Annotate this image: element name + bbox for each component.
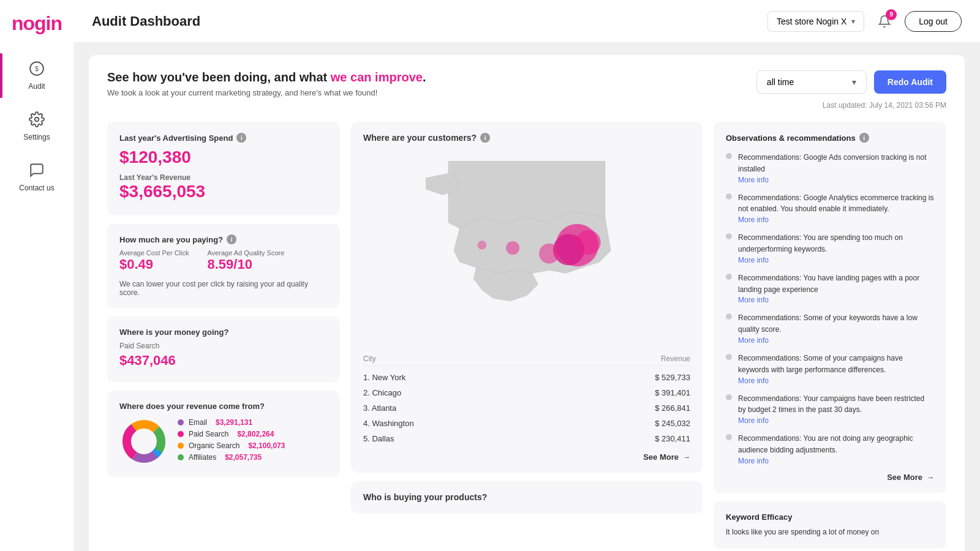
- time-filter[interactable]: all time ▾: [756, 70, 867, 94]
- affiliates-amount: $2,057,735: [225, 453, 262, 462]
- obs-item-6: Recommendations: Some of your campaigns …: [726, 352, 934, 385]
- city-table-header: City Revenue: [363, 352, 690, 366]
- who-buying-title: Who is buying your products?: [363, 492, 690, 502]
- sidebar-item-contact[interactable]: Contact us: [0, 155, 74, 200]
- customers-map-card: Where are your customers? i: [351, 122, 703, 473]
- revenue-donut-wrap: Email $3,291,131 Paid Search $2,802,264: [119, 417, 328, 466]
- cost-card: How much are you paying? i Average Cost …: [107, 223, 340, 308]
- info-icon-2[interactable]: i: [227, 234, 236, 244]
- obs-text-2: Recommendations: Google Analytics ecomme…: [738, 193, 933, 214]
- obs-dot-7: [726, 394, 732, 400]
- obs-item-2: Recommendations: Google Analytics ecomme…: [726, 192, 934, 225]
- obs-link-4[interactable]: More info: [738, 296, 934, 304]
- obs-link-1[interactable]: More info: [738, 176, 934, 184]
- obs-link-3[interactable]: More info: [738, 256, 934, 264]
- obs-item-7: Recommendations: Your campaigns have bee…: [726, 392, 934, 425]
- obs-content-2: Recommendations: Google Analytics ecomme…: [738, 192, 934, 225]
- revenue-row-organic: Organic Search $2,100,073: [178, 441, 285, 450]
- info-icon-3[interactable]: i: [480, 133, 490, 143]
- obs-link-8[interactable]: More info: [738, 457, 934, 465]
- headline-highlight: we can improve: [331, 70, 423, 84]
- city-5: 5. Dallas: [363, 434, 394, 443]
- customers-map-title: Where are your customers? i: [363, 133, 690, 143]
- gear-icon: [29, 111, 45, 130]
- revenue-sources-title: Where does your revenue come from?: [119, 402, 328, 411]
- last-updated: Last updated: July 14, 2021 03:56 PM: [823, 101, 946, 110]
- logo: nogin: [12, 12, 62, 35]
- obs-text-3: Recommendations: You are spending too mu…: [738, 233, 903, 253]
- city-2: 2. Chicago: [363, 388, 401, 397]
- store-name: Test store Nogin X: [777, 17, 846, 26]
- dashboard-headline-wrap: See how you've been doing, and what we c…: [107, 70, 426, 97]
- redo-audit-button[interactable]: Redo Audit: [874, 70, 946, 94]
- customers-see-more[interactable]: See More →: [363, 452, 690, 462]
- obs-text-5: Recommendations: Some of your keywords h…: [738, 313, 918, 334]
- svg-point-2: [35, 118, 39, 122]
- store-selector[interactable]: Test store Nogin X ▾: [767, 11, 864, 32]
- affiliates-dot: [178, 454, 184, 460]
- obs-link-6[interactable]: More info: [738, 377, 934, 385]
- obs-content-3: Recommendations: You are spending too mu…: [738, 231, 934, 264]
- quality-label: Average Ad Quality Score: [208, 249, 285, 257]
- quality-col: Average Ad Quality Score 8.59/10: [208, 249, 285, 272]
- header-actions: Test store Nogin X ▾ 9 Log out: [767, 10, 962, 32]
- obs-text-8: Recommendations: You are not doing any g…: [738, 434, 913, 454]
- city-row-5: 5. Dallas $ 230,411: [363, 431, 690, 446]
- observations-see-more[interactable]: See More →: [726, 473, 934, 482]
- obs-item-5: Recommendations: Some of your keywords h…: [726, 312, 934, 345]
- keyword-efficacy-text: It looks like you are spending a lot of …: [726, 527, 934, 538]
- obs-content-4: Recommendations: You have landing pages …: [738, 272, 934, 305]
- who-buying-card: Who is buying your products?: [351, 481, 703, 513]
- email-amount: $3,291,131: [216, 418, 252, 427]
- chevron-down-icon: ▾: [851, 17, 855, 26]
- right-column: Observations & recommendations i Recomme…: [714, 122, 946, 549]
- cpc-label: Average Cost Per Click: [119, 249, 189, 257]
- revenue-5: $ 230,411: [655, 434, 690, 443]
- cost-note: We can lower your cost per click by rais…: [119, 280, 328, 297]
- affiliates-label: Affiliates: [189, 453, 216, 462]
- revenue-legend: Email $3,291,131 Paid Search $2,802,264: [178, 418, 285, 465]
- city-col-header: City: [363, 354, 376, 363]
- paid-search-label: Paid Search: [189, 430, 228, 438]
- keyword-efficacy-card: Keyword Efficacy It looks like you are s…: [714, 501, 946, 549]
- obs-text-6: Recommendations: Some of your campaigns …: [738, 354, 903, 374]
- cost-title: How much are you paying? i: [119, 234, 328, 244]
- obs-link-2[interactable]: More info: [738, 216, 934, 224]
- headline-end: .: [423, 70, 426, 84]
- cpc-col: Average Cost Per Click $0.49: [119, 249, 189, 272]
- obs-content-7: Recommendations: Your campaigns have bee…: [738, 392, 934, 425]
- left-column: Last year's Advertising Spend i $120,380…: [107, 122, 340, 549]
- city-row-3: 3. Atlanta $ 266,841: [363, 400, 690, 416]
- revenue-row-affiliates: Affiliates $2,057,735: [178, 453, 285, 462]
- obs-link-5[interactable]: More info: [738, 336, 934, 345]
- dashboard-headline: See how you've been doing, and what we c…: [107, 70, 426, 84]
- dashboard-content: See how you've been doing, and what we c…: [74, 43, 980, 551]
- paid-search-dot: [178, 431, 184, 437]
- observations-card: Observations & recommendations i Recomme…: [714, 122, 946, 493]
- sidebar-item-audit[interactable]: $ Audit: [0, 53, 74, 98]
- obs-item-3: Recommendations: You are spending too mu…: [726, 231, 934, 264]
- north-america-map: [363, 150, 690, 346]
- obs-link-7[interactable]: More info: [738, 416, 934, 425]
- obs-text-4: Recommendations: You have landing pages …: [738, 274, 919, 294]
- city-3: 3. Atlanta: [363, 403, 396, 413]
- obs-item-1: Recommendations: Google Ads conversion t…: [726, 151, 934, 184]
- sidebar-item-settings[interactable]: Settings: [0, 104, 74, 149]
- arrow-right-icon: →: [682, 452, 690, 462]
- city-row-2: 2. Chicago $ 391,401: [363, 385, 690, 400]
- svg-point-11: [539, 244, 559, 264]
- revenue-4: $ 245,032: [655, 419, 690, 428]
- city-row-4: 4. Washington $ 245,032: [363, 416, 690, 431]
- money-channel: Paid Search: [119, 342, 328, 350]
- obs-content-6: Recommendations: Some of your campaigns …: [738, 352, 934, 385]
- info-icon-4[interactable]: i: [859, 133, 869, 143]
- info-icon[interactable]: i: [236, 133, 246, 143]
- revenue-row-email: Email $3,291,131: [178, 418, 285, 427]
- headline-part1: See how you've been doing, and what: [107, 70, 331, 84]
- logout-button[interactable]: Log out: [905, 11, 962, 32]
- revenue-3: $ 266,841: [655, 403, 690, 413]
- obs-content-8: Recommendations: You are not doing any g…: [738, 432, 934, 465]
- donut-chart: [119, 417, 168, 466]
- obs-dot-8: [726, 434, 732, 440]
- notification-button[interactable]: 9: [873, 10, 895, 32]
